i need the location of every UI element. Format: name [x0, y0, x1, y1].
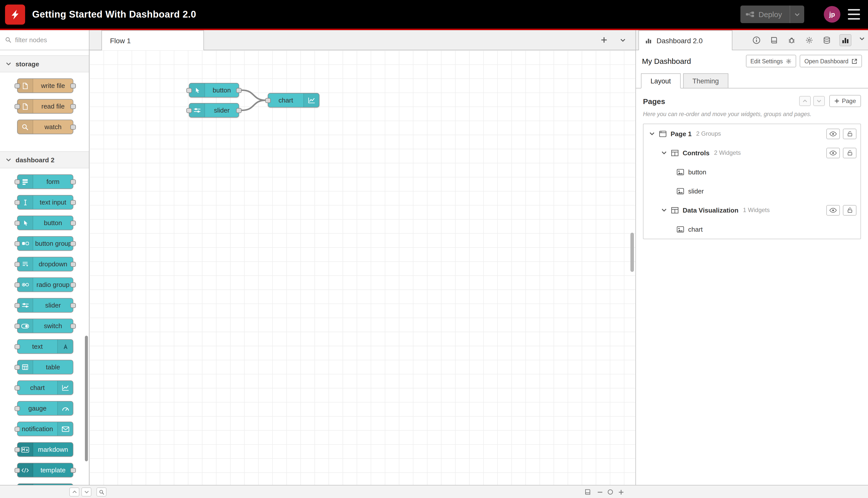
palette-node-notification[interactable]: notification — [17, 422, 74, 436]
output-port[interactable] — [70, 324, 76, 329]
lock-button[interactable] — [843, 147, 856, 158]
tree-row-data-visualization[interactable]: Data Visualization 1 Widgets — [643, 200, 860, 220]
palette-node-slider[interactable]: slider — [17, 298, 74, 313]
info-icon[interactable] — [751, 35, 762, 45]
tree-row-controls[interactable]: Controls 2 Widgets — [643, 143, 860, 162]
flow-canvas[interactable]: button slider chart — [90, 50, 636, 498]
input-port[interactable] — [15, 324, 20, 329]
filter-nodes-input[interactable] — [15, 36, 84, 44]
input-port[interactable] — [186, 88, 192, 93]
input-port[interactable] — [15, 344, 20, 349]
output-port[interactable] — [70, 303, 76, 308]
visibility-button[interactable] — [826, 147, 840, 158]
open-dashboard-button[interactable]: Open Dashboard — [800, 55, 862, 67]
search-flows-button[interactable] — [96, 487, 106, 497]
tree-row-slider[interactable]: slider — [643, 181, 860, 200]
visibility-button[interactable] — [826, 128, 840, 139]
output-port[interactable] — [70, 283, 76, 287]
deploy-button[interactable]: Deploy — [740, 5, 804, 23]
palette-category-dashboard2[interactable]: dashboard 2 — [0, 151, 89, 168]
chevron-down-icon[interactable] — [662, 209, 667, 212]
lock-button[interactable] — [843, 205, 856, 215]
tab-layout[interactable]: Layout — [641, 74, 680, 89]
output-port[interactable] — [236, 88, 242, 93]
gear-icon[interactable] — [804, 35, 814, 45]
input-port[interactable] — [15, 221, 20, 226]
move-down-button[interactable] — [813, 96, 825, 106]
flow-node-button[interactable]: button — [189, 83, 239, 97]
tab-theming[interactable]: Theming — [683, 74, 729, 89]
tree-row-page-1[interactable]: Page 1 2 Groups — [643, 124, 860, 143]
input-port[interactable] — [15, 262, 20, 267]
main-menu-button[interactable] — [848, 9, 860, 19]
input-port[interactable] — [15, 283, 20, 287]
add-flow-button[interactable] — [598, 35, 609, 45]
input-port[interactable] — [15, 447, 20, 452]
flow-node-chart[interactable]: chart — [268, 93, 319, 107]
lock-button[interactable] — [843, 128, 856, 139]
bug-icon[interactable] — [787, 35, 797, 45]
palette-node-switch[interactable]: switch — [17, 318, 74, 333]
flow-node-slider[interactable]: slider — [189, 103, 239, 118]
palette-node-dropdown[interactable]: dropdown — [17, 257, 74, 271]
palette-node-text[interactable]: text — [17, 339, 74, 354]
input-port[interactable] — [15, 365, 20, 370]
input-port[interactable] — [15, 200, 20, 205]
input-port[interactable] — [186, 108, 192, 113]
output-port[interactable] — [70, 124, 76, 130]
palette-node-radio-group[interactable]: radio group — [17, 277, 74, 292]
flow-list-button[interactable] — [617, 35, 628, 45]
chevron-down-icon[interactable] — [650, 132, 655, 135]
collapse-categories-button[interactable] — [69, 487, 79, 497]
palette-node-template[interactable]: template — [17, 463, 74, 477]
output-port[interactable] — [70, 104, 76, 109]
chevron-down-icon[interactable] — [662, 151, 667, 154]
tree-row-chart[interactable]: chart — [643, 220, 860, 239]
input-port[interactable] — [15, 180, 20, 184]
palette-scrollbar[interactable] — [85, 336, 88, 461]
book-icon[interactable] — [769, 35, 779, 45]
palette-node-write-file[interactable]: write file — [17, 78, 74, 93]
tree-row-button[interactable]: button — [643, 162, 860, 181]
palette-node-form[interactable]: form — [17, 174, 74, 189]
output-port[interactable] — [70, 468, 76, 473]
input-port[interactable] — [15, 241, 20, 246]
palette-node-button[interactable]: button — [17, 215, 74, 230]
deploy-options-button[interactable] — [790, 13, 804, 16]
input-port[interactable] — [15, 83, 20, 89]
input-port[interactable] — [15, 385, 20, 391]
output-port[interactable] — [70, 180, 76, 184]
palette-category-storage[interactable]: storage — [0, 55, 89, 73]
sidebar-tab-dashboard[interactable]: Dashboard 2.0 — [639, 30, 732, 50]
output-port[interactable] — [70, 83, 76, 89]
zoom-in-button[interactable] — [616, 487, 626, 497]
tab-flow-1[interactable]: Flow 1 — [102, 30, 204, 50]
palette-node-button-group[interactable]: button group — [17, 236, 74, 251]
expand-categories-button[interactable] — [81, 487, 91, 497]
palette-node-chart[interactable]: chart — [17, 380, 74, 395]
palette-node-watch[interactable]: watch — [17, 120, 74, 134]
palette-node-markdown[interactable]: markdown — [17, 442, 74, 457]
output-port[interactable] — [70, 241, 76, 246]
output-port[interactable] — [70, 221, 76, 226]
user-avatar[interactable]: jp — [824, 6, 840, 23]
input-port[interactable] — [15, 427, 20, 432]
input-port[interactable] — [15, 468, 20, 473]
input-port[interactable] — [15, 104, 20, 109]
palette-node-read-file[interactable]: read file — [17, 99, 74, 114]
zoom-out-button[interactable] — [595, 487, 605, 497]
chevron-down-icon[interactable] — [859, 37, 865, 40]
palette-node-table[interactable]: table — [17, 360, 74, 375]
palette-node-text-input[interactable]: text input — [17, 195, 74, 210]
input-port[interactable] — [15, 406, 20, 411]
output-port[interactable] — [236, 108, 242, 113]
zoom-reset-button[interactable] — [605, 487, 615, 497]
layers-icon[interactable] — [822, 35, 832, 45]
edit-settings-button[interactable]: Edit Settings — [746, 55, 797, 67]
input-port[interactable] — [265, 98, 271, 103]
output-port[interactable] — [70, 262, 76, 267]
toggle-navigator-button[interactable] — [583, 487, 593, 497]
input-port[interactable] — [15, 303, 20, 308]
canvas-vertical-scrollbar[interactable] — [630, 233, 634, 272]
palette-search[interactable] — [0, 30, 89, 50]
